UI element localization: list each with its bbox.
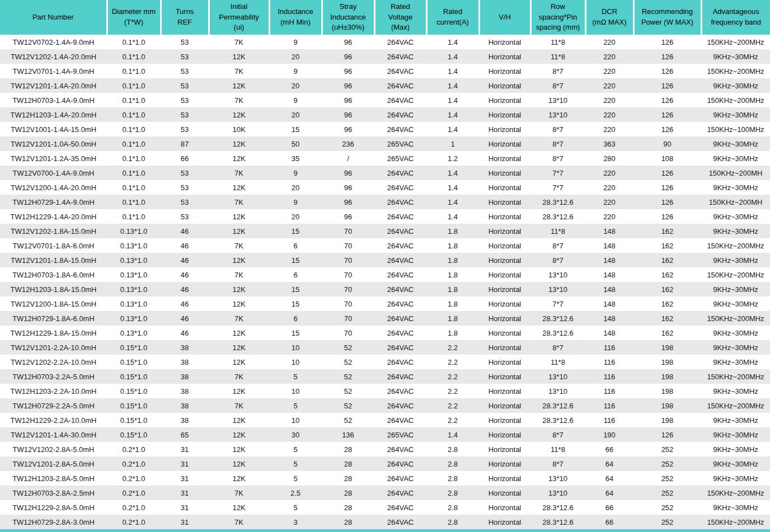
cell-diameter-mm: 0.13*1.0 xyxy=(107,282,161,296)
cell-inductance: 15 xyxy=(269,253,322,267)
cell-part-number: TW12V1200-1.4A-20.0mH xyxy=(0,180,107,195)
cell-dcr: 148 xyxy=(585,224,633,238)
cell-turns-ref: 38 xyxy=(161,355,209,369)
cell-initial-permeability: 7K xyxy=(209,166,269,180)
cell-stray-inductance: 96 xyxy=(322,195,374,209)
cell-rated-current: 2.2 xyxy=(426,384,479,398)
cell-frequency-band: 150KHz~200MHz xyxy=(701,398,770,413)
column-header-part-number: Part Number xyxy=(0,0,107,35)
table-row: TW12H0703-2.8A-2.5mH0.2*1.0317K2.528264V… xyxy=(0,486,770,500)
table-row: TW12V0700-1.4A-9.0mH0.1*1.0537K996264VAC… xyxy=(0,166,770,180)
cell-stray-inductance: 96 xyxy=(322,78,374,93)
cell-recommending-power: 108 xyxy=(633,151,701,166)
cell-rated-voltage: 265VAC xyxy=(374,427,426,442)
cell-inductance: 15 xyxy=(269,224,322,238)
cell-initial-permeability: 7K xyxy=(209,398,269,413)
cell-stray-inductance: 70 xyxy=(322,296,374,311)
cell-turns-ref: 38 xyxy=(161,398,209,413)
cell-frequency-band: 9KHz~30MHz xyxy=(701,427,770,442)
cell-stray-inductance: 28 xyxy=(322,500,374,515)
cell-initial-permeability: 12K xyxy=(209,384,269,398)
cell-dcr: 220 xyxy=(585,64,633,78)
cell-inductance: 5 xyxy=(269,471,322,486)
cell-rated-voltage: 264VAC xyxy=(374,49,426,64)
cell-rated-voltage: 264VAC xyxy=(374,398,426,413)
cell-recommending-power: 198 xyxy=(633,398,701,413)
cell-diameter-mm: 0.15*1.0 xyxy=(107,369,161,384)
cell-frequency-band: 9KHz~30MHz xyxy=(701,456,770,471)
cell-row-pin-spacing: 8*7 xyxy=(530,78,585,93)
cell-dcr: 220 xyxy=(585,166,633,180)
cell-inductance: 5 xyxy=(269,442,322,456)
table-row: TW12V1202-1.8A-15.0mH0.13*1.04612K157026… xyxy=(0,224,770,238)
cell-dcr: 220 xyxy=(585,78,633,93)
cell-dcr: 148 xyxy=(585,326,633,340)
cell-frequency-band: 9KHz~30MHz xyxy=(701,253,770,267)
column-header-frequency-band: Advantageous frequency band xyxy=(701,0,770,35)
cell-rated-current: 2.8 xyxy=(426,500,479,515)
cell-frequency-band: 9KHz~30MHz xyxy=(701,136,770,151)
cell-recommending-power: 162 xyxy=(633,326,701,340)
cell-row-pin-spacing: 28.3*12.6 xyxy=(530,515,585,529)
cell-initial-permeability: 7K xyxy=(209,515,269,529)
cell-row-pin-spacing: 7*7 xyxy=(530,166,585,180)
cell-frequency-band: 9KHz~30MHz xyxy=(701,209,770,224)
cell-recommending-power: 162 xyxy=(633,238,701,253)
table-row: TW12H0703-1.8A-6.0mH0.13*1.0467K670264VA… xyxy=(0,267,770,282)
cell-rated-voltage: 264VAC xyxy=(374,180,426,195)
cell-v-h: Horizontal xyxy=(479,35,530,49)
cell-row-pin-spacing: 13*10 xyxy=(530,267,585,282)
cell-frequency-band: 9KHz~30MHz xyxy=(701,224,770,238)
cell-part-number: TW12H1203-1.8A-15.0mH xyxy=(0,282,107,296)
cell-rated-current: 2.2 xyxy=(426,413,479,427)
cell-rated-voltage: 264VAC xyxy=(374,93,426,107)
cell-diameter-mm: 0.2*1.0 xyxy=(107,486,161,500)
cell-v-h: Horizontal xyxy=(479,427,530,442)
cell-v-h: Horizontal xyxy=(479,456,530,471)
cell-rated-voltage: 264VAC xyxy=(374,486,426,500)
cell-stray-inductance: 136 xyxy=(322,427,374,442)
cell-stray-inductance: 70 xyxy=(322,326,374,340)
cell-inductance: 6 xyxy=(269,238,322,253)
cell-diameter-mm: 0.15*1.0 xyxy=(107,427,161,442)
cell-rated-voltage: 264VAC xyxy=(374,282,426,296)
cell-dcr: 220 xyxy=(585,107,633,122)
cell-dcr: 116 xyxy=(585,369,633,384)
cell-frequency-band: 9KHz~30MHz xyxy=(701,326,770,340)
cell-rated-voltage: 264VAC xyxy=(374,209,426,224)
cell-diameter-mm: 0.1*1.0 xyxy=(107,93,161,107)
table-row: TW12H0703-2.2A-5.0mH0.15*1.0387K552264VA… xyxy=(0,369,770,384)
cell-rated-current: 1.4 xyxy=(426,78,479,93)
cell-rated-current: 1.4 xyxy=(426,195,479,209)
cell-recommending-power: 126 xyxy=(633,166,701,180)
cell-turns-ref: 53 xyxy=(161,64,209,78)
cell-initial-permeability: 7K xyxy=(209,311,269,326)
cell-frequency-band: 9KHz~30MHz xyxy=(701,151,770,166)
cell-turns-ref: 38 xyxy=(161,413,209,427)
cell-row-pin-spacing: 28.3*12.6 xyxy=(530,500,585,515)
cell-rated-voltage: 264VAC xyxy=(374,267,426,282)
cell-recommending-power: 126 xyxy=(633,195,701,209)
cell-turns-ref: 53 xyxy=(161,78,209,93)
cell-part-number: TW12V1202-1.8A-15.0mH xyxy=(0,224,107,238)
cell-part-number: TW12V0702-1.4A-9.0mH xyxy=(0,35,107,49)
cell-frequency-band: 9KHz~30MHz xyxy=(701,500,770,515)
cell-turns-ref: 46 xyxy=(161,224,209,238)
cell-rated-voltage: 264VAC xyxy=(374,78,426,93)
cell-turns-ref: 87 xyxy=(161,136,209,151)
cell-recommending-power: 252 xyxy=(633,471,701,486)
cell-dcr: 64 xyxy=(585,471,633,486)
cell-dcr: 116 xyxy=(585,384,633,398)
cell-stray-inductance: 70 xyxy=(322,267,374,282)
table-row: TW12H0703-1.4A-9.0mH0.1*1.0537K996264VAC… xyxy=(0,93,770,107)
cell-initial-permeability: 12K xyxy=(209,500,269,515)
cell-part-number: TW12H0703-2.2A-5.0mH xyxy=(0,369,107,384)
cell-rated-voltage: 264VAC xyxy=(374,64,426,78)
cell-diameter-mm: 0.13*1.0 xyxy=(107,253,161,267)
cell-turns-ref: 46 xyxy=(161,296,209,311)
cell-diameter-mm: 0.1*1.0 xyxy=(107,107,161,122)
cell-recommending-power: 162 xyxy=(633,224,701,238)
cell-inductance: 20 xyxy=(269,107,322,122)
table-row: TW12V1201-1.4A-20.0mH0.1*1.05312K2096264… xyxy=(0,78,770,93)
cell-v-h: Horizontal xyxy=(479,442,530,456)
